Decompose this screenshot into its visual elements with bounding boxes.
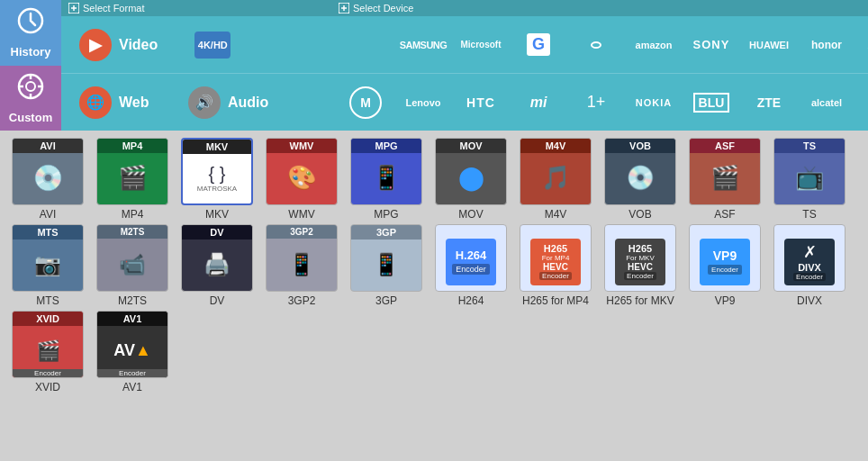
device-amazon[interactable]: amazon [627,16,681,73]
format-grid: AVI 💿 AVI MP4 🎬 MP4 MKV { } MATROSKA MKV… [0,131,868,461]
nav-custom[interactable]: Custom [0,66,61,131]
format-h265-mp4[interactable]: H265 For MP4 HEVC Encoder H265 for MP4 [515,224,596,307]
format-ts[interactable]: TS 📺 TS [769,138,850,221]
device-microsoft[interactable]: Microsoft [454,16,508,73]
format-xvid[interactable]: XVID 🎬 Encoder XVID [7,311,88,393]
format-wmv[interactable]: WMV 🎨 WMV [261,138,342,221]
format-vp9[interactable]: VP9 Encoder VP9 [684,224,765,307]
format-mp4[interactable]: MP4 🎬 MP4 [92,138,173,221]
audio-format-btn[interactable]: 🔊 Audio [170,74,286,131]
device-asus[interactable]: ASUS [857,16,868,73]
web-icon: 🌐 [79,86,112,119]
hd-format-btn[interactable]: 4K/HD [176,16,285,73]
format-3gp[interactable]: 3GP 📱 3GP [346,224,427,307]
web-format-btn[interactable]: 🌐 Web [61,74,169,131]
select-format-header: Select Format [61,0,331,16]
format-dv[interactable]: DV 🖨️ DV [176,224,258,307]
device-google[interactable]: G [511,16,565,73]
audio-icon: 🔊 [188,86,221,119]
format-m2ts[interactable]: M2TS 📹 M2TS [92,224,173,307]
nav-history[interactable]: History [0,0,61,66]
format-h264[interactable]: H.264 Encoder H264 [430,224,511,307]
device-htc[interactable]: HTC [454,74,508,131]
hd-icon: 4K/HD [194,32,231,59]
format-mpg[interactable]: MPG 📱 MPG [346,138,427,221]
format-mkv[interactable]: MKV { } MATROSKA MKV [176,138,258,221]
video-icon: ▶ [79,29,112,61]
select-device-header: Select Device [331,0,868,16]
device-mi[interactable]: mi [511,74,565,131]
format-av1[interactable]: AV1 AV▲ Encoder AV1 [92,311,173,393]
device-sony[interactable]: SONY [684,16,738,73]
device-lenovo[interactable]: Lenovo [396,74,450,131]
device-motorola[interactable]: M [339,74,393,131]
device-nokia[interactable]: NOKIA [627,74,681,131]
format-mov[interactable]: MOV ⬤ MOV [430,138,511,221]
device-tv[interactable]: TV [857,74,868,131]
history-icon [16,6,45,41]
device-blu[interactable]: BLU [684,74,738,131]
format-avi[interactable]: AVI 💿 AVI [7,138,88,221]
svg-point-2 [26,82,35,91]
format-m4v[interactable]: M4V 🎵 M4V [515,138,596,221]
format-mts[interactable]: MTS 📷 MTS [7,224,88,307]
device-oneplus[interactable]: 1+ [569,74,623,131]
video-format-btn[interactable]: ▶ Video [61,16,176,73]
device-zte[interactable]: ZTE [742,74,796,131]
device-honor[interactable]: honor [800,16,854,73]
device-apple[interactable] [339,16,393,73]
device-lg[interactable] [569,16,623,73]
device-samsung[interactable]: SAMSUNG [396,16,450,73]
device-alcatel[interactable]: alcatel [800,74,854,131]
format-divx[interactable]: ✗ DIVX Encoder DIVX [769,224,850,307]
custom-icon [16,72,45,107]
format-h265-mkv[interactable]: H265 For MKV HEVC Encoder H265 for MKV [600,224,681,307]
device-huawei[interactable]: HUAWEI [742,16,796,73]
format-asf[interactable]: ASF 🎬 ASF [684,138,765,221]
format-3gp2[interactable]: 3GP2 📱 3GP2 [261,224,342,307]
format-vob[interactable]: VOB 💿 VOB [600,138,681,221]
